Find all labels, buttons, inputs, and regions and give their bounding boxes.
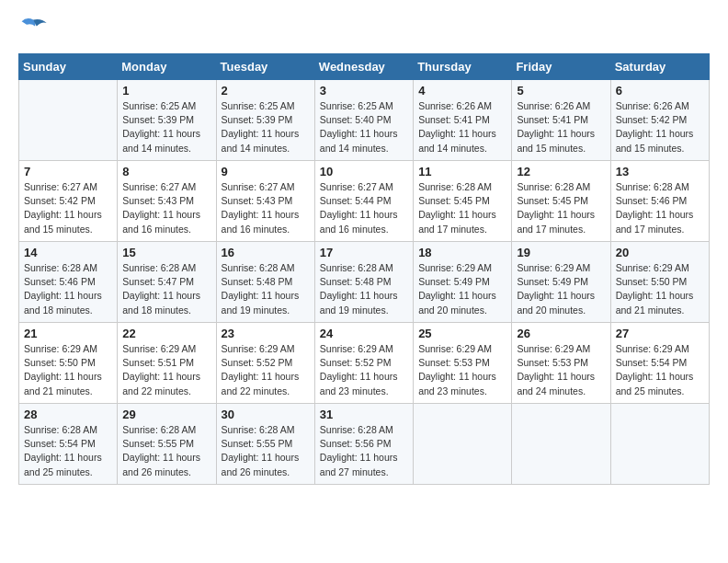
day-number: 28 [24,408,112,421]
calendar-cell: 8Sunrise: 6:27 AMSunset: 5:43 PMDaylight… [118,161,216,242]
day-info: Sunrise: 6:29 AMSunset: 5:50 PMDaylight:… [616,261,704,317]
day-number: 1 [122,84,210,98]
day-number: 2 [222,84,310,98]
day-number: 7 [24,165,112,178]
day-info: Sunrise: 6:29 AMSunset: 5:50 PMDaylight:… [24,342,112,398]
day-info: Sunrise: 6:28 AMSunset: 5:56 PMDaylight:… [320,423,408,479]
day-info: Sunrise: 6:28 AMSunset: 5:46 PMDaylight:… [616,180,704,236]
day-number: 13 [616,165,704,178]
day-number: 17 [320,246,408,259]
day-number: 11 [418,165,506,178]
calendar-cell: 14Sunrise: 6:28 AMSunset: 5:46 PMDayligh… [19,242,118,323]
day-info: Sunrise: 6:29 AMSunset: 5:49 PMDaylight:… [418,261,506,317]
calendar-cell: 12Sunrise: 6:28 AMSunset: 5:45 PMDayligh… [512,161,610,242]
day-info: Sunrise: 6:28 AMSunset: 5:55 PMDaylight:… [122,423,210,479]
col-header-friday: Friday [512,54,610,80]
calendar-cell: 23Sunrise: 6:29 AMSunset: 5:52 PMDayligh… [216,323,314,404]
calendar-cell: 27Sunrise: 6:29 AMSunset: 5:54 PMDayligh… [610,323,709,404]
day-number: 4 [418,84,506,98]
day-info: Sunrise: 6:28 AMSunset: 5:45 PMDaylight:… [418,180,506,236]
day-number: 9 [222,165,310,178]
day-info: Sunrise: 6:28 AMSunset: 5:54 PMDaylight:… [24,423,112,479]
calendar-cell: 28Sunrise: 6:28 AMSunset: 5:54 PMDayligh… [19,404,118,485]
calendar-cell: 21Sunrise: 6:29 AMSunset: 5:50 PMDayligh… [19,323,118,404]
calendar-week-row: 28Sunrise: 6:28 AMSunset: 5:54 PMDayligh… [19,404,710,485]
calendar-cell: 3Sunrise: 6:25 AMSunset: 5:40 PMDaylight… [314,80,413,161]
day-info: Sunrise: 6:29 AMSunset: 5:52 PMDaylight:… [320,342,408,398]
day-info: Sunrise: 6:29 AMSunset: 5:53 PMDaylight:… [418,342,506,398]
calendar-cell: 22Sunrise: 6:29 AMSunset: 5:51 PMDayligh… [118,323,216,404]
day-number: 3 [320,84,408,98]
calendar-cell: 13Sunrise: 6:28 AMSunset: 5:46 PMDayligh… [610,161,709,242]
day-info: Sunrise: 6:25 AMSunset: 5:39 PMDaylight:… [122,99,210,155]
day-info: Sunrise: 6:29 AMSunset: 5:52 PMDaylight:… [222,342,310,398]
calendar-cell [414,404,512,485]
calendar-cell: 11Sunrise: 6:28 AMSunset: 5:45 PMDayligh… [414,161,512,242]
calendar-week-row: 14Sunrise: 6:28 AMSunset: 5:46 PMDayligh… [19,242,710,323]
calendar-cell: 1Sunrise: 6:25 AMSunset: 5:39 PMDaylight… [118,80,216,161]
day-number: 6 [616,84,704,98]
calendar-cell: 30Sunrise: 6:28 AMSunset: 5:55 PMDayligh… [216,404,314,485]
calendar-cell: 29Sunrise: 6:28 AMSunset: 5:55 PMDayligh… [118,404,216,485]
calendar-table: SundayMondayTuesdayWednesdayThursdayFrid… [18,53,710,485]
day-number: 20 [616,246,704,259]
day-number: 12 [517,165,605,178]
calendar-cell: 16Sunrise: 6:28 AMSunset: 5:48 PMDayligh… [216,242,314,323]
calendar-cell [512,404,610,485]
calendar-cell: 19Sunrise: 6:29 AMSunset: 5:49 PMDayligh… [512,242,610,323]
calendar-cell: 26Sunrise: 6:29 AMSunset: 5:53 PMDayligh… [512,323,610,404]
day-info: Sunrise: 6:25 AMSunset: 5:40 PMDaylight:… [320,99,408,155]
day-info: Sunrise: 6:26 AMSunset: 5:41 PMDaylight:… [418,99,506,155]
day-info: Sunrise: 6:27 AMSunset: 5:43 PMDaylight:… [222,180,310,236]
calendar-cell [19,80,118,161]
day-info: Sunrise: 6:28 AMSunset: 5:45 PMDaylight:… [517,180,605,236]
calendar-cell: 7Sunrise: 6:27 AMSunset: 5:42 PMDaylight… [19,161,118,242]
day-info: Sunrise: 6:27 AMSunset: 5:42 PMDaylight:… [24,180,112,236]
day-info: Sunrise: 6:26 AMSunset: 5:41 PMDaylight:… [517,99,605,155]
day-info: Sunrise: 6:29 AMSunset: 5:51 PMDaylight:… [122,342,210,398]
calendar-cell: 5Sunrise: 6:26 AMSunset: 5:41 PMDaylight… [512,80,610,161]
day-number: 10 [320,165,408,178]
day-number: 15 [122,246,210,259]
col-header-wednesday: Wednesday [314,54,413,80]
day-number: 22 [122,327,210,340]
day-number: 8 [122,165,210,178]
day-info: Sunrise: 6:27 AMSunset: 5:44 PMDaylight:… [320,180,408,236]
logo-icon [18,15,51,48]
day-info: Sunrise: 6:28 AMSunset: 5:47 PMDaylight:… [122,261,210,317]
calendar-week-row: 7Sunrise: 6:27 AMSunset: 5:42 PMDaylight… [19,161,710,242]
day-info: Sunrise: 6:26 AMSunset: 5:42 PMDaylight:… [616,99,704,155]
calendar-cell: 31Sunrise: 6:28 AMSunset: 5:56 PMDayligh… [314,404,413,485]
day-number: 24 [320,327,408,340]
calendar-cell: 4Sunrise: 6:26 AMSunset: 5:41 PMDaylight… [414,80,512,161]
day-number: 29 [122,408,210,421]
calendar-cell: 20Sunrise: 6:29 AMSunset: 5:50 PMDayligh… [610,242,709,323]
calendar-cell: 18Sunrise: 6:29 AMSunset: 5:49 PMDayligh… [414,242,512,323]
col-header-tuesday: Tuesday [216,54,314,80]
day-number: 30 [222,408,310,421]
calendar-cell: 24Sunrise: 6:29 AMSunset: 5:52 PMDayligh… [314,323,413,404]
day-number: 14 [24,246,112,259]
page-header [18,15,710,48]
calendar-cell [610,404,709,485]
day-number: 31 [320,408,408,421]
day-number: 18 [418,246,506,259]
calendar-cell: 6Sunrise: 6:26 AMSunset: 5:42 PMDaylight… [610,80,709,161]
day-info: Sunrise: 6:29 AMSunset: 5:54 PMDaylight:… [616,342,704,398]
day-number: 5 [517,84,605,98]
day-number: 23 [222,327,310,340]
day-info: Sunrise: 6:28 AMSunset: 5:46 PMDaylight:… [24,261,112,317]
day-number: 25 [418,327,506,340]
day-info: Sunrise: 6:28 AMSunset: 5:48 PMDaylight:… [320,261,408,317]
day-number: 21 [24,327,112,340]
day-info: Sunrise: 6:28 AMSunset: 5:55 PMDaylight:… [222,423,310,479]
day-number: 19 [517,246,605,259]
calendar-cell: 9Sunrise: 6:27 AMSunset: 5:43 PMDaylight… [216,161,314,242]
calendar-week-row: 1Sunrise: 6:25 AMSunset: 5:39 PMDaylight… [19,80,710,161]
col-header-thursday: Thursday [414,54,512,80]
day-info: Sunrise: 6:29 AMSunset: 5:53 PMDaylight:… [517,342,605,398]
calendar-cell: 15Sunrise: 6:28 AMSunset: 5:47 PMDayligh… [118,242,216,323]
col-header-saturday: Saturday [610,54,709,80]
col-header-sunday: Sunday [19,54,118,80]
calendar-cell: 25Sunrise: 6:29 AMSunset: 5:53 PMDayligh… [414,323,512,404]
